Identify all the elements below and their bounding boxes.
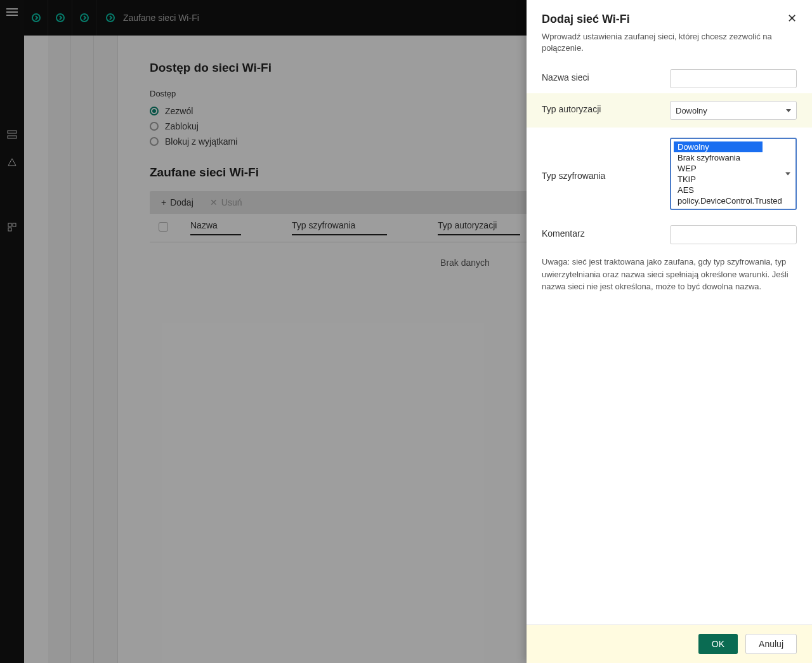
background-stripes (48, 36, 118, 663)
col-auth[interactable]: Typ autoryzacji (438, 220, 520, 235)
svg-point-14 (107, 14, 114, 22)
radio-block-label: Zablokuj (165, 121, 199, 131)
label-enc-type: Typ szyfrowania (542, 167, 662, 181)
col-enc[interactable]: Typ szyfrowania (292, 220, 387, 235)
enc-option[interactable]: Dowolny (674, 141, 763, 152)
panel-note: Uwaga: sieć jest traktowana jako zaufana… (527, 249, 812, 299)
cancel-button[interactable]: Anuluj (745, 634, 797, 654)
ok-button[interactable]: OK (698, 634, 738, 654)
side-panel: Dodaj sieć Wi-Fi ✕ Wprowadź ustawienia z… (527, 0, 812, 663)
plus-icon: + (161, 197, 166, 207)
breadcrumb-icon (105, 13, 115, 23)
enc-option[interactable]: AES (674, 185, 793, 195)
enc-option[interactable]: Brak szyfrowania (674, 152, 793, 163)
svg-rect-2 (8, 223, 11, 226)
add-label: Dodaj (170, 197, 193, 207)
enc-type-listbox[interactable]: Dowolny Brak szyfrowania WEP TKIP AES po… (670, 138, 797, 210)
close-icon: ✕ (210, 197, 218, 207)
delete-label: Usuń (221, 197, 242, 207)
nav-icon-1[interactable] (7, 129, 17, 140)
add-button[interactable]: + Dodaj (161, 197, 193, 207)
panel-description: Wprowadź ustawienia zaufanej sieci, któr… (527, 31, 812, 64)
enc-option[interactable]: TKIP (674, 174, 793, 185)
tab-nav-3[interactable] (72, 0, 96, 36)
menu-icon[interactable] (6, 6, 18, 15)
tab-nav-1[interactable] (24, 0, 48, 36)
select-all-checkbox[interactable] (159, 222, 168, 232)
tab-nav-2[interactable] (48, 0, 72, 36)
radio-icon (150, 122, 159, 131)
svg-point-12 (56, 14, 64, 22)
breadcrumb: Zaufane sieci Wi-Fi (96, 13, 199, 23)
svg-point-13 (81, 14, 88, 22)
label-comment: Komentarz (542, 225, 662, 239)
radio-allow-label: Zezwól (165, 106, 193, 116)
network-name-input[interactable] (670, 69, 797, 88)
radio-icon (150, 137, 159, 146)
svg-rect-3 (13, 223, 16, 226)
left-sidebar (0, 0, 24, 663)
label-auth-type: Typ autoryzacji (542, 101, 662, 114)
svg-rect-4 (8, 228, 11, 231)
nav-icon-2[interactable] (7, 157, 17, 167)
enc-option[interactable]: policy.DeviceControl.Trusted (674, 195, 793, 206)
breadcrumb-title: Zaufane sieci Wi-Fi (123, 13, 199, 23)
label-network-name: Nazwa sieci (542, 69, 662, 82)
radio-block-exc-label: Blokuj z wyjątkami (165, 136, 237, 147)
panel-title: Dodaj sieć Wi-Fi (542, 13, 630, 26)
panel-footer: OK Anuluj (527, 624, 812, 663)
delete-button: ✕ Usuń (210, 197, 242, 207)
enc-option[interactable]: WEP (674, 163, 793, 174)
close-button[interactable]: ✕ (787, 13, 797, 24)
comment-input[interactable] (670, 225, 797, 244)
svg-rect-0 (8, 131, 16, 133)
svg-point-11 (32, 14, 40, 22)
auth-type-select[interactable]: Dowolny (670, 101, 797, 120)
radio-icon-checked (150, 107, 159, 115)
nav-icon-3[interactable] (7, 222, 17, 232)
svg-rect-1 (8, 136, 16, 138)
col-name[interactable]: Nazwa (190, 220, 241, 235)
auth-type-value: Dowolny (676, 106, 707, 115)
